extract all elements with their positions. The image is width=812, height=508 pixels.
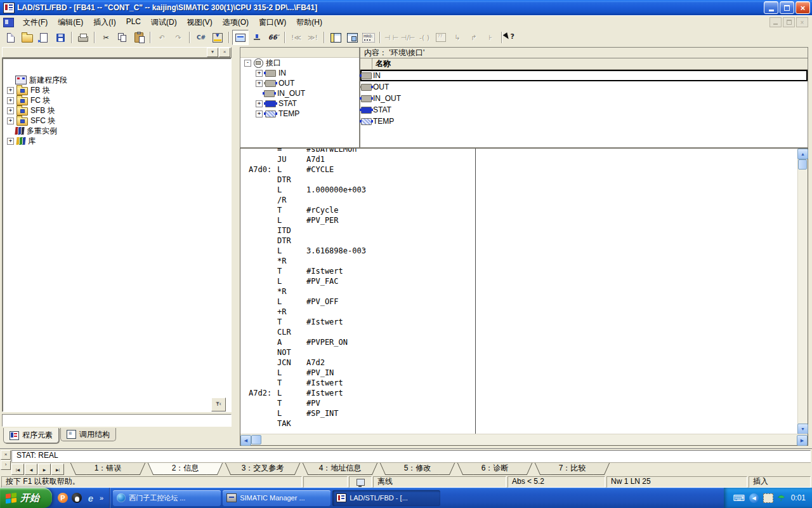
- tab-scroll-button[interactable]: |◀: [11, 464, 24, 475]
- tab-scroll-button[interactable]: ▶|: [51, 464, 64, 475]
- result-tab[interactable]: 5：修改: [388, 463, 447, 475]
- menu-item[interactable]: 插入(I): [88, 15, 121, 30]
- variable-row[interactable]: TEMP: [360, 116, 808, 127]
- tree-item[interactable]: +SFB 块: [3, 105, 231, 116]
- close-button[interactable]: ×: [796, 1, 810, 14]
- restore-button[interactable]: [780, 1, 794, 14]
- menu-item[interactable]: 编辑(E): [53, 15, 88, 30]
- tab-scroll-button[interactable]: ▶: [38, 464, 51, 475]
- interface-tree-item[interactable]: IN_OUT: [240, 88, 359, 98]
- expand-toggle[interactable]: +: [256, 70, 263, 77]
- tree-item[interactable]: 多重实例: [3, 126, 231, 136]
- result-tab[interactable]: 6：诊断: [465, 463, 525, 475]
- panel-close-button[interactable]: ×: [219, 48, 230, 57]
- expand-toggle[interactable]: -: [244, 60, 251, 67]
- menu-item[interactable]: 视图(V): [182, 15, 218, 30]
- interface-tree-item[interactable]: +IN: [240, 68, 359, 78]
- tree-item[interactable]: +SFC 块: [3, 116, 231, 126]
- save-button[interactable]: [52, 30, 69, 45]
- name-column-header[interactable]: 名称: [372, 58, 391, 69]
- symbolic-representation-button[interactable]: C#: [193, 30, 209, 45]
- taskbar-task[interactable]: LAD/STL/FBD - [...: [332, 490, 440, 506]
- result-tab[interactable]: 4：地址信息: [310, 463, 370, 475]
- connection-button[interactable]: [249, 30, 265, 45]
- vertical-scrollbar[interactable]: ▲ ▼: [797, 149, 808, 434]
- mdi-close-button[interactable]: ×: [796, 17, 808, 27]
- new-document-button[interactable]: [3, 30, 19, 45]
- interface-tree-item[interactable]: +STAT: [240, 98, 359, 109]
- overview-tab[interactable]: 调用结构: [60, 428, 116, 441]
- menu-item[interactable]: 文件(F): [18, 15, 53, 30]
- result-tab[interactable]: 7：比较: [542, 463, 602, 475]
- pplive-icon[interactable]: P: [58, 493, 68, 503]
- overview-tab[interactable]: 程序元素: [3, 428, 59, 443]
- scroll-down-button[interactable]: ▼: [797, 424, 808, 434]
- tree-item[interactable]: +FB 块: [3, 85, 231, 95]
- view-detail-button[interactable]: [344, 30, 360, 45]
- expand-toggle[interactable]: +: [256, 100, 263, 107]
- monitor-glasses-button[interactable]: 66′: [265, 30, 282, 45]
- menu-item[interactable]: 选项(O): [218, 15, 254, 30]
- tree-item[interactable]: +FC 块: [3, 95, 231, 105]
- interface-tree-item[interactable]: +TEMP: [240, 109, 359, 119]
- tab-scroll-button[interactable]: ◀: [25, 464, 37, 475]
- print-button[interactable]: [75, 30, 91, 45]
- expand-toggle[interactable]: +: [7, 138, 14, 145]
- result-tab[interactable]: 3：交叉参考: [233, 463, 292, 475]
- program-elements-tree[interactable]: 新建程序段+FB 块+FC 块+SFB 块+SFC 块多重实例+库: [2, 58, 232, 412]
- ie-icon[interactable]: e: [86, 493, 96, 503]
- expand-toggle[interactable]: +: [7, 117, 14, 124]
- output-close-button[interactable]: ×: [1, 450, 11, 460]
- output-resize-button[interactable]: ›: [1, 460, 11, 470]
- insert-network-button[interactable]: [360, 30, 377, 45]
- taskbar-task[interactable]: 西门子工控论坛 ...: [113, 490, 221, 506]
- mdi-restore-button[interactable]: [783, 17, 795, 27]
- vertical-scroll-thumb[interactable]: [798, 159, 807, 170]
- hide-icons-chevron[interactable]: ◀: [749, 493, 759, 503]
- variable-row[interactable]: OUT: [360, 81, 808, 93]
- monitor-onoff-button[interactable]: [232, 30, 249, 45]
- horizontal-scrollbar[interactable]: ◀ ▶: [240, 434, 808, 445]
- menu-item[interactable]: 窗口(W): [254, 15, 291, 30]
- download-button[interactable]: [209, 30, 226, 45]
- result-tab[interactable]: 1：错误: [78, 463, 138, 475]
- tray-clock[interactable]: 0:01: [791, 493, 806, 502]
- interface-root-row[interactable]: -接口: [240, 58, 359, 68]
- expand-toggle[interactable]: +: [256, 110, 263, 117]
- keyboard-layout-icon[interactable]: ⌨: [733, 494, 745, 502]
- antivirus-umbrella-icon[interactable]: ☂: [778, 494, 785, 502]
- mdi-child-icon[interactable]: [3, 18, 14, 27]
- qq-icon[interactable]: [72, 493, 82, 503]
- panel-dropdown-button[interactable]: ▾: [207, 48, 218, 57]
- tree-item[interactable]: +库: [3, 136, 231, 146]
- sorter-button[interactable]: Ŧ‹: [211, 398, 226, 411]
- interface-tree-item[interactable]: +OUT: [240, 78, 359, 88]
- code-editor[interactable]: =#sbArwLLMOnJUA7d1A7d0:L#CYCLEDTRL1.0000…: [240, 149, 798, 434]
- start-button[interactable]: 开始: [0, 488, 52, 508]
- tree-item[interactable]: 新建程序段: [3, 75, 231, 85]
- expand-toggle[interactable]: +: [7, 87, 14, 94]
- open-button[interactable]: [19, 30, 36, 45]
- variable-row[interactable]: IN_OUT: [360, 93, 808, 104]
- scroll-left-button[interactable]: ◀: [240, 435, 251, 446]
- scroll-up-button[interactable]: ▲: [797, 149, 808, 159]
- variable-detail-pane[interactable]: 内容： '环境\接口' 名称 INOUTIN_OUTSTATTEMP: [360, 47, 808, 148]
- paste-button[interactable]: [131, 30, 147, 45]
- expand-toggle[interactable]: +: [256, 80, 263, 87]
- interface-tree-pane[interactable]: -接口+IN+OUTIN_OUT+STAT+TEMP: [240, 47, 360, 148]
- menu-item[interactable]: 帮助(H): [291, 15, 327, 30]
- output-message[interactable]: STAT: REAL: [11, 450, 811, 462]
- expand-toggle[interactable]: +: [7, 97, 14, 104]
- minimize-button[interactable]: [764, 1, 778, 14]
- variable-row[interactable]: STAT: [360, 104, 808, 116]
- copy-button[interactable]: [114, 30, 131, 45]
- variable-row[interactable]: IN: [360, 70, 808, 81]
- menu-item[interactable]: PLC: [121, 15, 146, 30]
- mdi-minimize-button[interactable]: [769, 17, 782, 27]
- quick-launch-overflow-icon[interactable]: »: [100, 494, 103, 502]
- open-online-button[interactable]: [36, 30, 52, 45]
- input-indicator-icon[interactable]: [763, 493, 773, 503]
- horizontal-scroll-thumb[interactable]: [251, 435, 261, 444]
- result-tab[interactable]: 2：信息: [155, 463, 215, 475]
- help-pointer-button[interactable]: ?: [505, 30, 521, 45]
